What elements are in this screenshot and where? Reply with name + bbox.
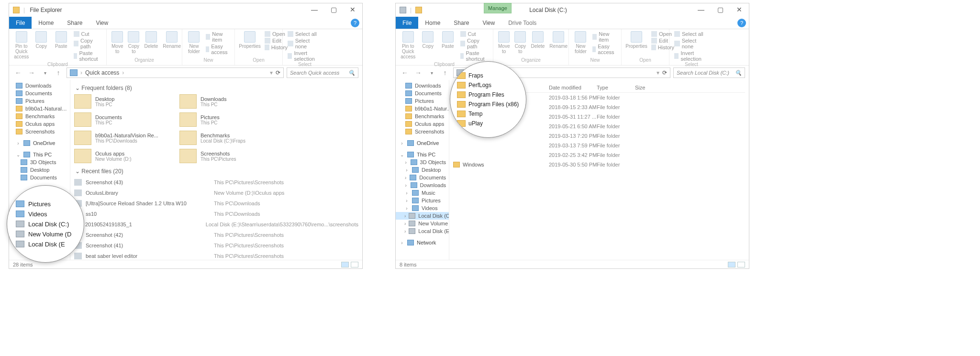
sidebar-item[interactable]: b9b0a1-Natural…: [9, 105, 70, 112]
sidebar-item[interactable]: ›Videos: [396, 204, 449, 212]
copy-to-button[interactable]: Copy to: [128, 31, 139, 54]
sidebar-item[interactable]: Benchmarks: [9, 112, 70, 120]
icons-view-button[interactable]: [737, 262, 745, 267]
properties-button[interactable]: Properties: [240, 31, 260, 49]
details-view-button[interactable]: [341, 262, 349, 267]
new-folder-button[interactable]: New folder: [574, 31, 588, 54]
recent-file-item[interactable]: Screenshot (43)This PC\Pictures\Screensh…: [74, 178, 358, 187]
copy-path-button[interactable]: Copy path: [74, 38, 102, 49]
maximize-button[interactable]: ▢: [324, 3, 343, 16]
tab-home[interactable]: Home: [32, 17, 60, 29]
tab-view[interactable]: View: [89, 17, 115, 29]
copy-path-button[interactable]: Copy path: [460, 38, 489, 49]
invert-selection-button[interactable]: Invert selection: [674, 50, 709, 62]
tab-home[interactable]: Home: [418, 17, 447, 29]
sidebar-item[interactable]: b9b0a1-Natur…: [396, 105, 449, 112]
maximize-button[interactable]: ▢: [711, 3, 730, 16]
sidebar-item[interactable]: Documents: [9, 89, 70, 97]
back-button[interactable]: ←: [400, 67, 410, 78]
sidebar-item[interactable]: ›Desktop: [396, 166, 449, 174]
forward-button[interactable]: →: [26, 67, 37, 78]
sidebar-item[interactable]: Documents: [396, 89, 449, 97]
sidebar-item[interactable]: 3D Objects: [9, 158, 70, 166]
frequent-header[interactable]: ⌄ Frequent folders (8): [75, 85, 358, 91]
sidebar-item[interactable]: Screenshots: [9, 128, 70, 135]
sidebar-item[interactable]: Pictures: [9, 97, 70, 105]
new-item-button[interactable]: New item: [206, 31, 230, 43]
tab-file[interactable]: File: [396, 17, 418, 29]
select-all-button[interactable]: Select all: [674, 31, 709, 37]
help-button[interactable]: ?: [351, 19, 359, 27]
column-date-modified[interactable]: Date modified: [549, 85, 597, 90]
invert-selection-button[interactable]: Invert selection: [288, 50, 322, 62]
sidebar-item[interactable]: Downloads: [9, 82, 70, 89]
paste-shortcut-button[interactable]: Paste shortcut: [460, 50, 489, 62]
recent-file-item[interactable]: Screenshot (41)This PC\Pictures\Screensh…: [74, 241, 358, 250]
select-none-button[interactable]: Select none: [674, 38, 709, 49]
sidebar-item-thispc[interactable]: ⌄This PC: [396, 151, 449, 158]
sidebar-item[interactable]: ›Local Disk (C:): [396, 212, 449, 220]
sidebar-item[interactable]: Oculus apps: [9, 120, 70, 128]
recent-file-item[interactable]: ss10This PC\Downloads: [74, 209, 358, 219]
recent-file-item[interactable]: beat saber level editorThis PC\Pictures\…: [74, 251, 358, 260]
easy-access-button[interactable]: Easy access: [206, 44, 230, 55]
sidebar-item[interactable]: Pictures: [16, 200, 75, 208]
select-none-button[interactable]: Select none: [288, 38, 322, 49]
breadcrumb-item[interactable]: Quick access: [85, 69, 119, 76]
frequent-folder-item[interactable]: Oculus appsNew Volume (D:): [74, 149, 170, 163]
sidebar-item[interactable]: Videos: [16, 211, 75, 218]
frequent-folder-item[interactable]: b9b0a1-NaturalVision Re...This PC\Downlo…: [74, 131, 170, 145]
folder-item[interactable]: Temp: [457, 111, 519, 117]
folder-item[interactable]: PerfLogs: [457, 82, 519, 89]
new-item-button[interactable]: New item: [592, 31, 616, 43]
column-size[interactable]: Size: [635, 85, 664, 90]
recent-header[interactable]: ⌄ Recent files (20): [75, 168, 358, 175]
refresh-icon[interactable]: ⟳: [276, 69, 280, 76]
folder-item[interactable]: Program Files: [457, 91, 519, 98]
search-input[interactable]: Search Local Disk (C:)🔍: [673, 67, 745, 78]
sidebar-item[interactable]: New Volume (D: [16, 231, 75, 238]
copy-button[interactable]: Copy: [421, 31, 436, 49]
pin-to-quick-access-button[interactable]: Pin to Quick access: [14, 31, 29, 59]
copy-to-button[interactable]: Copy to: [514, 31, 526, 54]
new-folder-button[interactable]: New folder: [187, 31, 201, 54]
file-row[interactable]: Windows2019-05-30 5:50 PMFile folder: [453, 160, 745, 169]
sidebar-item[interactable]: ›Documents: [396, 174, 449, 181]
sidebar-item[interactable]: Downloads: [396, 82, 449, 89]
pin-to-quick-access-button[interactable]: Pin to Quick access: [401, 31, 416, 59]
cut-button[interactable]: Cut: [460, 31, 489, 37]
frequent-folder-item[interactable]: DesktopThis PC: [74, 94, 170, 109]
rename-button[interactable]: Rename: [549, 31, 568, 49]
sidebar-item[interactable]: Pictures: [396, 97, 449, 105]
help-button[interactable]: ?: [737, 19, 746, 27]
sidebar-item[interactable]: ›3D Objects: [396, 158, 449, 166]
recent-file-item[interactable]: Screenshot (42)This PC\Pictures\Screensh…: [74, 230, 358, 240]
paste-button[interactable]: Paste: [54, 31, 69, 49]
tab-view[interactable]: View: [476, 17, 501, 29]
tab-share[interactable]: Share: [447, 17, 476, 29]
sidebar-item[interactable]: Desktop: [9, 166, 70, 174]
delete-button[interactable]: Delete: [144, 31, 158, 49]
recent-file-item[interactable]: OculusLibraryNew Volume (D:)\Oculus apps: [74, 188, 358, 198]
frequent-folder-item[interactable]: BenchmarksLocal Disk (C:)\Fraps: [179, 131, 275, 145]
file-row[interactable]: 2019-03-13 7:59 PMFile folder: [453, 141, 745, 150]
recent-dropdown[interactable]: ▾: [426, 67, 437, 78]
folder-item[interactable]: Fraps: [457, 72, 519, 79]
frequent-folder-item[interactable]: PicturesThis PC: [179, 112, 275, 127]
recent-file-item[interactable]: [Ultra]Source Reload Shader 1.2 Ultra W1…: [74, 199, 358, 208]
close-button[interactable]: ✕: [730, 3, 749, 16]
tab-file[interactable]: File: [9, 17, 32, 29]
select-all-button[interactable]: Select all: [288, 31, 322, 37]
up-button[interactable]: ↑: [53, 67, 64, 78]
paste-button[interactable]: Paste: [440, 31, 456, 49]
recent-dropdown[interactable]: ▾: [40, 67, 50, 78]
sidebar-item-onedrive[interactable]: ›OneDrive: [9, 139, 70, 147]
search-input[interactable]: Search Quick access🔍: [287, 67, 358, 78]
delete-button[interactable]: Delete: [531, 31, 545, 49]
sidebar-item-thispc[interactable]: ⌄This PC: [9, 151, 70, 158]
recent-file-item[interactable]: 20190524191835_1Local Disk (E:)\Steam\us…: [74, 220, 358, 229]
copy-button[interactable]: Copy: [34, 31, 49, 49]
sidebar-item[interactable]: Screenshots: [396, 128, 449, 135]
forward-button[interactable]: →: [413, 67, 423, 78]
frequent-folder-item[interactable]: DocumentsThis PC: [74, 112, 170, 127]
